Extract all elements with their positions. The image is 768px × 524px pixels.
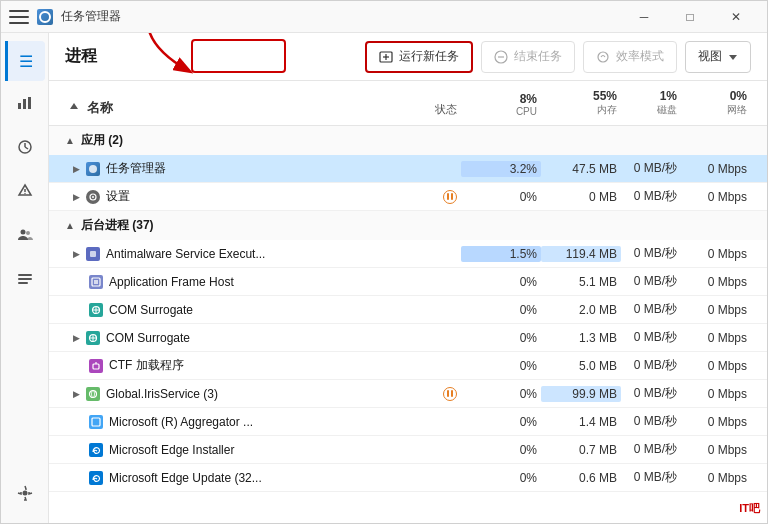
expand-chevron: ▶ [73,249,80,259]
table-row[interactable]: Microsoft (R) Aggregator ... 0% 1.4 MB 0… [49,408,767,436]
toolbar: 进程 运行新任务 [49,33,767,81]
table-row[interactable]: Microsoft Edge Update (32... 0% 0.6 MB 0… [49,464,767,492]
minimize-button[interactable]: ─ [621,1,667,33]
disk-cell: 0 MB/秒 [621,441,681,458]
table-row[interactable]: CTF 加载程序 0% 5.0 MB 0 MB/秒 0 Mbps [49,352,767,380]
table-row[interactable]: ▶ COM Surrogate 0% 1.3 MB 0 MB/秒 0 Mbps [49,324,767,352]
table-row[interactable]: Application Frame Host 0% 5.1 MB 0 MB/秒 … [49,268,767,296]
chevron-down-icon [728,52,738,62]
process-name-cell: ▶ 设置 [65,188,401,205]
view-label: 视图 [698,48,722,65]
proc-icon [89,303,103,317]
svg-point-26 [92,196,94,198]
net-cell: 0 Mbps [681,387,751,401]
col-header-cpu[interactable]: 8% CPU [461,88,541,121]
svg-rect-27 [90,251,96,257]
svg-marker-22 [729,55,737,60]
net-cell: 0 Mbps [681,471,751,485]
task-manager-window: 任务管理器 ─ □ ✕ ☰ [0,0,768,524]
net-cell: 0 Mbps [681,359,751,373]
section-apps[interactable]: ▲ 应用 (2) [49,126,767,155]
mem-cell: 2.0 MB [541,303,621,317]
svg-rect-1 [23,99,26,109]
col-header-disk[interactable]: 1% 磁盘 [621,85,681,121]
process-name-cell: Microsoft Edge Update (32... [65,471,401,485]
sidebar-item-performance[interactable] [5,85,45,125]
table-row[interactable]: Microsoft Edge Installer 0% 0.7 MB 0 MB/… [49,436,767,464]
services-icon [17,485,33,505]
table-row[interactable]: ▶ 任务管理器 3.2% 47.5 MB 0 MB/秒 0 Mbps [49,155,767,183]
disk-cell: 0 MB/秒 [621,273,681,290]
startup-icon [17,183,33,203]
cpu-cell: 3.2% [461,161,541,177]
end-task-label: 结束任务 [514,48,562,65]
cpu-cell: 0% [461,190,541,204]
svg-rect-0 [18,103,21,109]
process-name-cell: Microsoft (R) Aggregator ... [65,415,401,429]
net-cell: 0 Mbps [681,443,751,457]
titlebar: 任务管理器 ─ □ ✕ [1,1,767,33]
titlebar-controls: ─ □ ✕ [621,1,759,33]
net-cell: 0 Mbps [681,190,751,204]
cpu-cell: 1.5% [461,246,541,262]
view-button[interactable]: 视图 [685,41,751,73]
content-area: 进程 运行新任务 [49,33,767,523]
svg-point-9 [20,230,25,235]
run-new-task-button[interactable]: 运行新任务 [365,41,473,73]
col-header-status: 状态 [401,98,461,121]
status-cell [401,190,461,204]
status-cell [401,387,461,401]
mem-cell: 0.6 MB [541,471,621,485]
mem-cell: 47.5 MB [541,162,621,176]
svg-rect-12 [18,278,32,280]
col-header-net[interactable]: 0% 网络 [681,85,751,121]
table-body: ▲ 应用 (2) ▶ 任务管理器 3.2% 4 [49,126,767,523]
section-background-title: ▲ 后台进程 (37) [65,217,401,234]
cpu-cell: 0% [461,359,541,373]
efficiency-label: 效率模式 [616,48,664,65]
net-cell: 0 Mbps [681,275,751,289]
mem-cell: 99.9 MB [541,386,621,402]
toolbar-title: 进程 [65,46,357,67]
table-row[interactable]: ▶ 设置 0% 0 MB 0 MB/秒 [49,183,767,211]
proc-icon [86,247,100,261]
proc-icon [89,471,103,485]
end-task-button[interactable]: 结束任务 [481,41,575,73]
titlebar-title: 任务管理器 [61,8,121,25]
svg-point-8 [24,193,25,194]
chevron-icon: ▲ [65,220,75,231]
efficiency-icon [596,50,610,64]
table-row[interactable]: ▶ Antimalware Service Execut... 1.5% 119… [49,240,767,268]
sidebar-item-details[interactable] [5,261,45,301]
disk-cell: 0 MB/秒 [621,301,681,318]
table-header: 名称 状态 8% CPU 55% 内存 1% 磁盘 0% [49,81,767,126]
table-row[interactable]: ▶ Global.IrisService (3) 0% 99.9 MB [49,380,767,408]
proc-icon [86,387,100,401]
net-cell: 0 Mbps [681,162,751,176]
col-header-name[interactable]: 名称 [65,95,401,121]
proc-icon [86,190,100,204]
sidebar-item-services[interactable] [5,475,45,515]
mem-cell: 1.4 MB [541,415,621,429]
sidebar-item-startup[interactable] [5,173,45,213]
sidebar-item-history[interactable] [5,129,45,169]
efficiency-mode-button[interactable]: 效率模式 [583,41,677,73]
sidebar-item-users[interactable] [5,217,45,257]
process-name-cell: ▶ Global.IrisService (3) [65,387,401,401]
col-header-mem[interactable]: 55% 内存 [541,85,621,121]
sort-icon [69,102,79,112]
svg-marker-23 [70,103,78,109]
svg-point-14 [22,491,27,496]
history-icon [17,139,33,159]
maximize-button[interactable]: □ [667,1,713,33]
disk-cell: 0 MB/秒 [621,329,681,346]
section-background[interactable]: ▲ 后台进程 (37) [49,211,767,240]
table-row[interactable]: COM Surrogate 0% 2.0 MB 0 MB/秒 0 Mbps [49,296,767,324]
close-button[interactable]: ✕ [713,1,759,33]
sidebar-item-processes[interactable]: ☰ [5,41,45,81]
proc-icon [86,331,100,345]
disk-cell: 0 MB/秒 [621,245,681,262]
svg-rect-40 [92,418,100,426]
end-task-icon [494,50,508,64]
hamburger-icon[interactable] [9,10,29,24]
